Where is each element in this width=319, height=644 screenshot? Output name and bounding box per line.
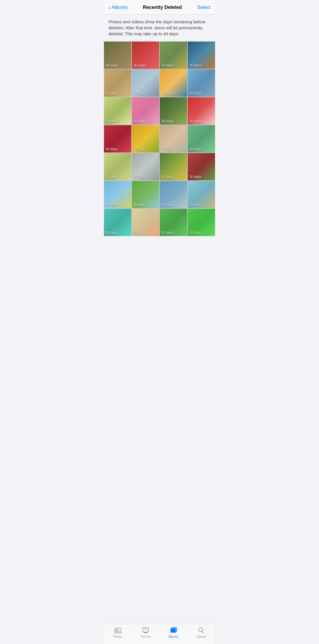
photo-days-label: 30 days — [106, 203, 118, 207]
photos-icon — [114, 626, 122, 634]
photo-days-label: 30 days — [106, 119, 118, 123]
photo-grid: 30 days30 days30 days30 days30 days30 da… — [104, 42, 215, 236]
back-label: Albums — [112, 5, 128, 10]
photo-cell[interactable]: 30 days — [132, 181, 159, 208]
photo-days-label: 30 days — [161, 203, 173, 207]
photo-days-label: 30 days — [106, 175, 118, 179]
svg-rect-0 — [115, 628, 121, 633]
photo-days-label: 30 days — [189, 231, 201, 235]
navigation-bar: ‹ Albums Recently Deleted Select — [104, 0, 215, 15]
tab-foryou-label: For You — [141, 635, 150, 638]
photo-cell[interactable]: 30 days — [132, 209, 159, 236]
photo-days-label: 30 days — [134, 63, 146, 67]
photo-days-label: 30 days — [161, 147, 173, 151]
photo-days-label: 30 days — [189, 119, 201, 123]
photo-cell[interactable]: 30 days — [104, 42, 131, 69]
photo-cell[interactable]: 30 days — [132, 69, 159, 97]
tab-foryou[interactable]: For You — [132, 624, 160, 639]
photo-cell[interactable]: 30 days — [188, 153, 215, 180]
photo-days-label: 30 days — [189, 91, 201, 95]
back-button[interactable]: ‹ Albums — [109, 5, 128, 10]
photo-cell[interactable]: 30 days — [188, 69, 215, 97]
photo-days-label: 30 days — [189, 203, 201, 207]
albums-icon — [169, 626, 177, 634]
photo-days-label: 30 days — [189, 147, 201, 151]
svg-line-9 — [202, 631, 204, 633]
photo-days-label: 30 days — [161, 63, 173, 67]
select-button[interactable]: Select — [197, 5, 210, 10]
tab-photos-label: Photos — [113, 635, 122, 638]
photo-days-label: 30 days — [134, 203, 146, 207]
foryou-icon — [142, 626, 150, 634]
tab-search[interactable]: Search — [187, 624, 215, 639]
photo-days-label: 30 days — [161, 231, 173, 235]
photo-cell[interactable]: 30 days — [104, 209, 131, 236]
photo-cell[interactable]: 30 days — [188, 181, 215, 208]
photo-cell[interactable]: 30 days — [104, 181, 131, 208]
photo-days-label: 30 days — [161, 175, 173, 179]
tab-photos[interactable]: Photos — [104, 624, 132, 639]
svg-point-1 — [116, 629, 117, 630]
photo-cell[interactable]: 30 days — [188, 125, 215, 152]
svg-rect-2 — [143, 628, 148, 632]
photo-cell[interactable]: 30 days — [132, 125, 159, 152]
tab-albums[interactable]: Albums — [160, 624, 187, 639]
photo-days-label: 30 days — [106, 91, 118, 95]
photo-cell[interactable]: 30 days — [160, 69, 187, 97]
photo-days-label: 30 days — [161, 91, 173, 95]
photo-cell[interactable]: 30 days — [132, 97, 159, 125]
photo-days-label: 30 days — [134, 91, 146, 95]
photo-cell[interactable]: 30 days — [160, 42, 187, 69]
search-icon — [197, 626, 205, 634]
tab-bar: Photos For You Albums — [104, 624, 215, 644]
photo-cell[interactable]: 30 days — [188, 97, 215, 125]
photo-cell[interactable]: 30 days — [160, 181, 187, 208]
photo-cell[interactable]: 30 days — [188, 209, 215, 236]
photo-days-label: 30 days — [134, 147, 146, 151]
photo-cell[interactable]: 30 days — [132, 42, 159, 69]
photo-cell[interactable]: 30 days — [104, 97, 131, 125]
photo-days-label: 30 days — [106, 147, 118, 151]
info-text: Photos and videos show the days remainin… — [109, 19, 210, 37]
photo-cell[interactable]: 30 days — [188, 42, 215, 69]
info-banner: Photos and videos show the days remainin… — [104, 15, 215, 42]
photo-days-label: 30 days — [106, 231, 118, 235]
photo-cell[interactable]: 30 days — [104, 69, 131, 97]
photo-days-label: 30 days — [189, 175, 201, 179]
photo-days-label: 30 days — [106, 63, 118, 67]
page-title: Recently Deleted — [143, 5, 182, 10]
photo-cell[interactable]: 30 days — [160, 209, 187, 236]
photo-cell[interactable]: 30 days — [160, 153, 187, 180]
photo-days-label: 30 days — [134, 119, 146, 123]
tab-albums-label: Albums — [169, 635, 178, 638]
photo-cell[interactable]: 30 days — [104, 125, 131, 152]
chevron-left-icon: ‹ — [109, 5, 111, 10]
photo-days-label: 30 days — [189, 63, 201, 67]
photo-cell[interactable]: 30 days — [160, 125, 187, 152]
photo-days-label: 30 days — [134, 231, 146, 235]
tab-search-label: Search — [197, 635, 206, 638]
photo-cell[interactable]: 30 days — [104, 153, 131, 180]
photo-days-label: 30 days — [134, 175, 146, 179]
photo-cell[interactable]: 30 days — [132, 153, 159, 180]
svg-rect-4 — [146, 632, 146, 633]
photo-cell[interactable]: 30 days — [160, 97, 187, 125]
photo-days-label: 30 days — [161, 119, 173, 123]
